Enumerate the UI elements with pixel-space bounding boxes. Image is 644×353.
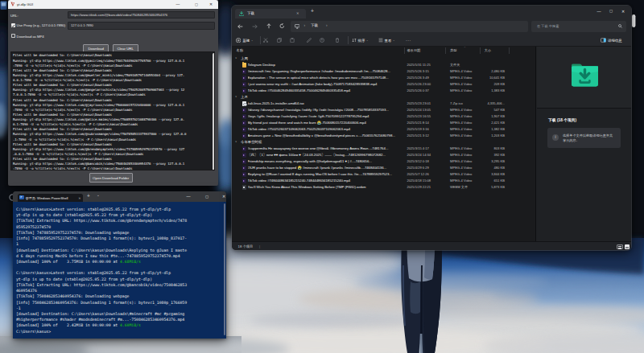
- download-mp4-checkbox[interactable]: [11, 34, 15, 38]
- terminal-titlebar[interactable]: > 管理员: Windows PowerShell ✕ + ⌄ — ▢ ✕: [13, 191, 226, 202]
- group-header[interactable]: ∨上周: [232, 55, 535, 62]
- new-button[interactable]: 新建 ⌄: [236, 35, 254, 47]
- file-name: I just wanna wear my outfit：#aot Animati…: [248, 82, 402, 86]
- column-size[interactable]: 大小: [485, 48, 491, 52]
- nav-back-button[interactable]: [233, 18, 246, 35]
- video-file-icon: [242, 127, 246, 131]
- downloads-tab-icon: [239, 11, 244, 16]
- group-header[interactable]: ∨今年早些时候: [232, 139, 535, 146]
- use-proxy-checkbox[interactable]: [11, 23, 15, 27]
- file-row[interactable]: #minecraft #mc #pcgaming #higherperforma…: [232, 68, 535, 75]
- breadcrumb-downloads[interactable]: 下载: [311, 23, 318, 27]
- nav-refresh-button[interactable]: [276, 18, 289, 35]
- search-box[interactable]: 在 下载 中搜索: [531, 21, 626, 32]
- terminal-close-button[interactable]: ✕: [217, 191, 230, 202]
- rename-button[interactable]: [307, 35, 312, 47]
- file-row[interactable]: TikTok video #7502526037109062063-750252…: [232, 126, 535, 133]
- ytdlp-gui-window: yt-dlp GUI — ▢ ✕ URL: https://www.tiktok…: [8, 0, 218, 186]
- file-row[interactable]: TikTok video #7500462849460335458-750046…: [232, 88, 535, 94]
- file-row[interactable]: Replying to @Ruan I wanted 8 days runnin…: [232, 171, 535, 178]
- breadcrumb[interactable]: › 下载 ›: [291, 21, 528, 32]
- details-hint-line2: 享云内容。: [563, 138, 580, 142]
- file-row[interactable]: 〔此〕〔1〕юни ♥♥ фина 100км ♥〔24.03.2025〕——〔…: [232, 152, 535, 158]
- file-row[interactable]: Friendship means everything, especially …: [232, 158, 535, 165]
- column-type[interactable]: 类型: [450, 48, 456, 52]
- column-separator[interactable]: [509, 47, 510, 54]
- file-row[interactable]: I just wanna wear my outfit：#aot Animati…: [232, 81, 535, 88]
- file-date: 2025/5/23 16:55: [407, 114, 431, 118]
- back-arrow-icon: [237, 24, 243, 29]
- ytdlp-maximize-button[interactable]: ▢: [190, 0, 203, 9]
- sort-button[interactable]: 排序 ⌄: [352, 35, 369, 47]
- terminal-maximize-button[interactable]: ▢: [200, 191, 213, 202]
- nav-forward-button[interactable]: [249, 18, 262, 35]
- explorer-tab-downloads[interactable]: 下载 ✕: [235, 9, 306, 18]
- terminal-line: 1: [16, 241, 187, 247]
- delete-button[interactable]: [335, 35, 340, 47]
- ytdlp-titlebar[interactable]: yt-dlp GUI — ▢ ✕: [8, 0, 218, 9]
- share-button[interactable]: [320, 35, 324, 47]
- file-size: 4,335,406...: [455, 101, 505, 105]
- details-view-button[interactable]: [617, 244, 623, 250]
- group-label: 上月: [241, 95, 248, 99]
- powershell-window: > 管理员: Windows PowerShell ✕ + ⌄ — ▢ ✕ C:…: [13, 191, 226, 339]
- terminal-tab-dropdown-icon[interactable]: ⌄: [97, 193, 100, 197]
- file-row[interactable]: kali-linux-2025.1c-installer-amd64.iso20…: [232, 101, 535, 107]
- explorer-close-button[interactable]: ✕: [617, 6, 630, 17]
- file-row[interactable]: OUR pranks have to be stopped 😭 #minecra…: [232, 165, 535, 171]
- terminal-new-tab-button[interactable]: +: [87, 193, 90, 199]
- explorer-tab-close-icon[interactable]: ✕: [296, 11, 299, 15]
- ytdlp-minimize-button[interactable]: —: [171, 0, 184, 9]
- terminal-scrollbar[interactable]: [224, 203, 225, 335]
- details-pane-toggle[interactable]: 详细信息: [601, 35, 622, 47]
- file-row[interactable]: #disney #disneychannel #nostalgia #editf…: [232, 107, 535, 113]
- file-size: 2,421 KB: [455, 121, 505, 125]
- column-date[interactable]: 修改日期: [407, 48, 421, 52]
- downloads-folder-icon: [570, 62, 600, 88]
- cut-button[interactable]: [263, 35, 268, 47]
- details-pane-title: 下载 (18 个项目): [548, 117, 576, 122]
- file-row[interactable]: #toys #gifts #makeup #satisfying #asmr #…: [232, 113, 535, 120]
- open-download-folder-button[interactable]: Open Download Folder: [89, 173, 133, 183]
- toolbar-more-button[interactable]: ···: [406, 35, 411, 47]
- proxy-input[interactable]: 127.0.0.1:7890: [68, 22, 215, 29]
- file-row[interactable]: Explanation：The sensor in optical mice w…: [232, 75, 535, 81]
- file-row[interactable]: You'll Wish You Knew About This Windows …: [232, 184, 535, 191]
- details-hint-line1: 选择单个文件以获取详细信息并共: [563, 133, 613, 138]
- file-row[interactable]: My friend just stood there and watch me …: [232, 120, 535, 126]
- column-separator[interactable]: [445, 47, 446, 54]
- copy-button[interactable]: [277, 35, 282, 47]
- download-speed: 4.68MiB/s: [120, 259, 141, 264]
- view-button[interactable]: 查看 ⌄: [378, 35, 395, 47]
- explorer-minimize-button[interactable]: —: [592, 6, 605, 17]
- url-input[interactable]: https://www.tiktok.com/@bancobik/video/7…: [68, 11, 215, 18]
- file-name: #toys #gifts #makeup #satisfying #asmr #…: [248, 114, 402, 118]
- terminal-tab[interactable]: > 管理员: Windows PowerShell ✕: [18, 194, 83, 202]
- column-separator[interactable]: [480, 47, 481, 54]
- log-area[interactable]: Files will be downloaded to: C:\Users\ka…: [10, 51, 215, 170]
- file-size: 2,480 KB: [455, 69, 505, 73]
- explorer-maximize-button[interactable]: ▢: [605, 6, 617, 17]
- explorer-new-tab-button[interactable]: +: [311, 8, 314, 14]
- group-header[interactable]: ∨上月: [232, 94, 535, 101]
- column-name[interactable]: 名称: [237, 48, 243, 52]
- log-scrollbar[interactable]: [213, 53, 215, 170]
- ytdlp-close-button[interactable]: ✕: [204, 0, 217, 9]
- file-row[interactable]: TikTok video #7484448634185215240-748444…: [232, 178, 535, 184]
- file-row[interactable]: Telegram Desktop2025/5/31 11:25文件夹: [232, 62, 535, 68]
- terminal-minimize-button[interactable]: —: [182, 191, 195, 202]
- thumbnail-view-button[interactable]: [625, 244, 630, 250]
- terminal-tab-close-icon[interactable]: ✕: [78, 196, 80, 200]
- file-row[interactable]: #cappermilta Не машущему без мозгов они …: [232, 146, 535, 152]
- paste-button[interactable]: [290, 35, 295, 47]
- refresh-icon: [279, 23, 285, 29]
- view-icon: [378, 38, 383, 43]
- file-row[interactable]: Amateurs gone + New @breathedialibility …: [232, 133, 535, 139]
- nav-up-button[interactable]: [262, 18, 275, 35]
- terminal-body[interactable]: C:\Users\kasus>Latest version: stable@20…: [13, 202, 226, 339]
- column-separator[interactable]: [404, 47, 405, 54]
- file-type: 文件夹: [450, 63, 460, 67]
- explorer-statusbar: 18 个项目 |: [232, 241, 631, 250]
- terminal-line: 859529752374570: [16, 224, 187, 230]
- file-date: 2025/5/26 0:37: [407, 88, 429, 92]
